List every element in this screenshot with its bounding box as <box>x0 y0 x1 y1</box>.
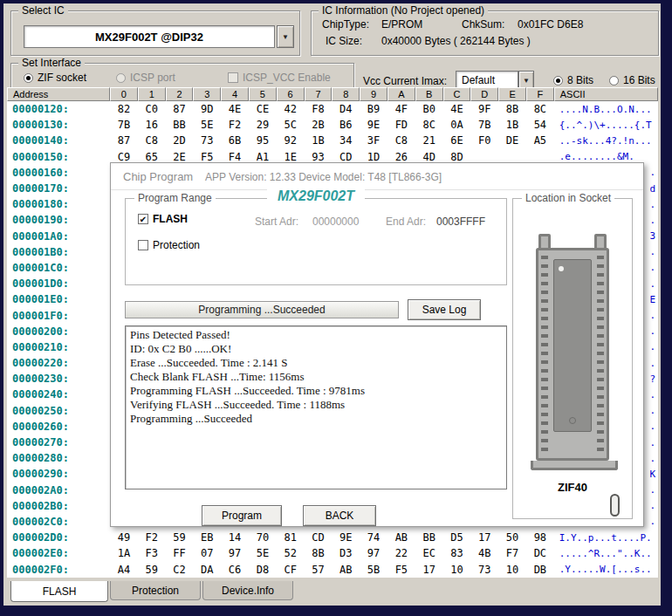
hex-byte[interactable]: 70 <box>249 530 277 545</box>
hex-col-header[interactable]: D <box>470 87 498 101</box>
ic-select-dropdown-button[interactable]: ▼ <box>277 25 294 48</box>
hex-byte[interactable]: 52 <box>277 545 305 561</box>
hex-byte[interactable]: 4E <box>443 101 471 117</box>
hex-col-header[interactable]: 7 <box>305 87 333 101</box>
hex-byte[interactable]: 57 <box>305 561 333 577</box>
hex-byte[interactable]: 98 <box>526 530 554 545</box>
hex-byte[interactable]: F5 <box>387 561 415 577</box>
hex-byte[interactable]: 49 <box>110 530 138 545</box>
hex-byte[interactable]: A5 <box>526 133 554 148</box>
hex-byte[interactable]: EC <box>415 545 443 561</box>
hex-byte[interactable]: 1B <box>305 133 333 148</box>
hex-row[interactable]: 000002D0:49F259EB147081CD9E74ABBBD517509… <box>7 530 658 545</box>
hex-byte[interactable]: C2 <box>166 561 194 577</box>
hex-byte[interactable]: 1B <box>498 117 526 133</box>
hex-byte[interactable]: 9E <box>332 530 360 545</box>
hex-col-header[interactable]: 0 <box>110 87 138 101</box>
hex-row[interactable]: 00000140:87C82D736B95921B343FC8216EF0DEA… <box>7 133 658 148</box>
hex-byte[interactable]: 2D <box>166 133 194 148</box>
hex-byte[interactable]: D3 <box>332 545 360 561</box>
hex-byte[interactable]: 74 <box>360 530 387 545</box>
back-button[interactable]: BACK <box>303 505 376 526</box>
hex-col-header[interactable]: 4 <box>221 87 249 101</box>
hex-byte[interactable]: 4E <box>221 101 249 117</box>
hex-byte[interactable]: 6E <box>443 133 471 148</box>
hex-byte[interactable]: 9D <box>193 101 221 117</box>
hex-byte[interactable]: 10 <box>498 561 526 577</box>
ascii-column-header[interactable]: ASCII <box>554 87 658 101</box>
hex-byte[interactable]: 97 <box>360 545 387 561</box>
hex-byte[interactable]: 0A <box>443 117 471 133</box>
hex-byte[interactable]: 14 <box>221 530 249 545</box>
ic-select-combobox[interactable]: MX29F002T @DIP32 <box>24 25 275 48</box>
hex-byte[interactable]: FF <box>166 545 194 561</box>
hex-col-header[interactable]: 5 <box>249 87 277 101</box>
hex-byte[interactable]: 73 <box>470 561 498 577</box>
hex-byte[interactable]: CE <box>249 101 277 117</box>
hex-byte[interactable]: 21 <box>415 133 443 148</box>
hex-byte[interactable]: 5E <box>249 545 277 561</box>
hex-byte[interactable]: 5B <box>360 561 387 577</box>
hex-byte[interactable]: B9 <box>360 101 387 117</box>
hex-byte[interactable]: 10 <box>443 561 471 577</box>
hex-byte[interactable]: 17 <box>470 530 498 545</box>
hex-byte[interactable]: 5E <box>193 117 221 133</box>
hex-byte[interactable]: 59 <box>166 530 194 545</box>
hex-byte[interactable]: 17 <box>415 561 443 577</box>
hex-byte[interactable]: 34 <box>332 133 360 148</box>
hex-byte[interactable]: BB <box>415 530 443 545</box>
hex-byte[interactable]: B0 <box>415 101 443 117</box>
hex-byte[interactable]: F2 <box>221 117 249 133</box>
8-bits-radio[interactable]: 8 Bits <box>553 74 593 86</box>
hex-byte[interactable]: 3F <box>360 133 387 148</box>
hex-row[interactable]: 000002F0:A459C2DAC6D8CF57AB5BF517107310D… <box>7 561 658 577</box>
hex-byte[interactable]: 87 <box>110 133 138 148</box>
address-column-header[interactable]: Address <box>7 87 110 101</box>
hex-col-header[interactable]: 3 <box>193 87 221 101</box>
hex-byte[interactable]: DC <box>526 545 554 561</box>
hex-byte[interactable]: EB <box>193 530 221 545</box>
hex-byte[interactable]: 92 <box>277 133 305 148</box>
hex-byte[interactable]: 8C <box>415 117 443 133</box>
hex-col-header[interactable]: 2 <box>166 87 194 101</box>
hex-byte[interactable]: 2B <box>305 117 333 133</box>
hex-byte[interactable]: C0 <box>138 101 166 117</box>
hex-byte[interactable]: AB <box>387 530 415 545</box>
hex-byte[interactable]: F2 <box>138 530 166 545</box>
hex-byte[interactable]: 9E <box>360 117 387 133</box>
program-button[interactable]: Program <box>202 505 282 526</box>
hex-byte[interactable]: 8C <box>526 101 554 117</box>
hex-byte[interactable]: C8 <box>387 133 415 148</box>
tab-device-info[interactable]: Device.Info <box>202 581 293 600</box>
hex-byte[interactable]: 59 <box>138 561 166 577</box>
hex-byte[interactable]: 54 <box>526 117 554 133</box>
hex-byte[interactable]: C6 <box>221 561 249 577</box>
hex-byte[interactable]: F0 <box>470 133 498 148</box>
hex-byte[interactable]: 73 <box>193 133 221 148</box>
flash-checkbox[interactable]: ✔ FLASH <box>138 213 188 225</box>
hex-byte[interactable]: FD <box>387 117 415 133</box>
hex-col-header[interactable]: 8 <box>332 87 360 101</box>
hex-col-header[interactable]: C <box>443 87 471 101</box>
hex-byte[interactable]: 4B <box>470 545 498 561</box>
hex-byte[interactable]: B6 <box>332 117 360 133</box>
hex-byte[interactable]: 97 <box>221 545 249 561</box>
hex-row[interactable]: 00000130:7B16BB5EF2295C2BB69EFD8C0A7B1B5… <box>7 117 658 133</box>
hex-byte[interactable]: 95 <box>249 133 277 148</box>
hex-byte[interactable]: 22 <box>387 545 415 561</box>
hex-byte[interactable]: DA <box>193 561 221 577</box>
hex-col-header[interactable]: 6 <box>277 87 305 101</box>
hex-byte[interactable]: 5C <box>277 117 305 133</box>
hex-col-header[interactable]: B <box>415 87 443 101</box>
hex-byte[interactable]: 87 <box>166 101 194 117</box>
icsp-port-radio[interactable]: ICSP port <box>116 72 175 84</box>
hex-byte[interactable]: 4F <box>387 101 415 117</box>
hex-byte[interactable]: DB <box>526 561 554 577</box>
hex-col-header[interactable]: 1 <box>138 87 166 101</box>
hex-byte[interactable]: 6B <box>221 133 249 148</box>
tab-protection[interactable]: Protection <box>110 581 201 600</box>
hex-byte[interactable]: 7B <box>470 117 498 133</box>
hex-byte[interactable]: D4 <box>332 101 360 117</box>
hex-byte[interactable]: 7B <box>110 117 138 133</box>
hex-byte[interactable]: 83 <box>443 545 471 561</box>
